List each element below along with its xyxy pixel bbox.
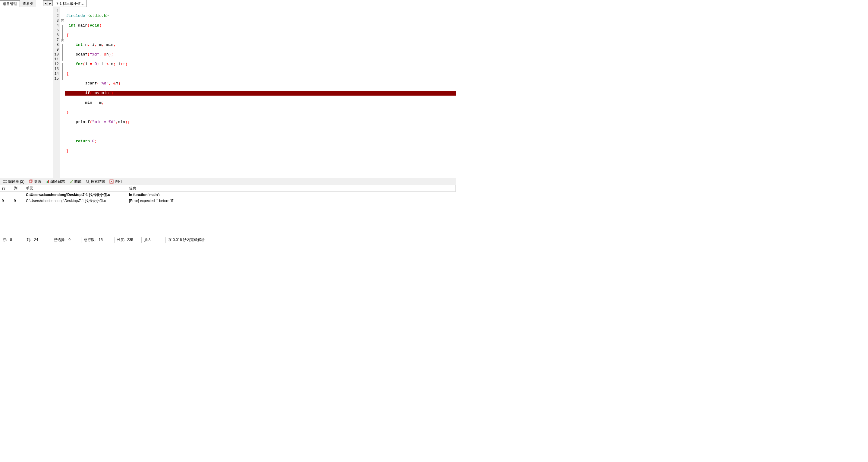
fold-gutter: − − [60,7,65,178]
tab-project-manage[interactable]: 项目管理 [0,0,20,7]
svg-line-10 [88,182,90,183]
status-line: 行: 8 [0,237,24,243]
status-length: 长度: 235 [115,237,142,243]
close-icon [110,179,114,184]
file-tabs: 7-1 找出最小值.c [53,0,456,7]
svg-rect-4 [29,180,32,183]
svg-rect-5 [30,180,32,182]
svg-rect-6 [46,181,46,183]
error-row[interactable]: 9 9 C:\Users\xiaochendong\Desktop\7-1 找出… [0,198,456,204]
svg-rect-1 [5,180,7,181]
fold-toggle-icon[interactable]: − [61,19,64,22]
svg-rect-7 [47,181,48,183]
log-icon [45,179,50,184]
debug-icon [69,179,73,184]
error-row-empty [0,210,456,216]
resource-icon [29,179,33,184]
sidebar-tabs: 项目管理 查看类 ◄ ► [0,0,53,7]
file-tab[interactable]: 7-1 找出最小值.c [53,0,87,7]
svg-point-9 [86,180,89,182]
tab-search-results[interactable]: 搜索结果 [84,178,107,185]
tab-view-class[interactable]: 查看类 [20,0,36,7]
editor[interactable]: 1234 5678 9 10111213 1415 − − [53,7,456,178]
status-total-lines: 总行数: 15 [82,237,115,243]
status-insert-mode: 插入 [142,237,166,243]
error-highlighted-line[interactable]: if( m< min ) [65,91,456,95]
bottom-panel-tabs: 编译器 (2) 资源 编译日志 调试 搜索结果 关闭 [0,178,456,185]
tab-compile-log[interactable]: 编译日志 [43,178,67,185]
error-row[interactable]: C:\Users\xiaochendong\Desktop\7-1 找出最小值.… [0,192,456,198]
header-msg[interactable]: 信息 [127,185,456,192]
status-col: 列: 24 [24,237,51,243]
compiler-icon [3,179,7,184]
tab-debug[interactable]: 调试 [67,178,83,185]
svg-rect-3 [5,182,7,183]
header-line[interactable]: 行 [0,185,12,192]
svg-rect-8 [48,180,49,183]
status-parse-time: 在 0.016 秒内完成解析 [166,237,456,243]
status-bar: 行: 8 列: 24 已选择: 0 总行数: 15 长度: 235 插入 在 0… [0,237,456,243]
svg-rect-0 [3,180,5,181]
tab-close[interactable]: 关闭 [107,178,124,185]
error-table-header: 行 列 单元 信息 [0,185,456,192]
compiler-output-table: 行 列 单元 信息 C:\Users\xiaochendong\Desktop\… [0,185,456,237]
error-row-empty [0,204,456,210]
code-content[interactable]: #include <stdio.h> int main(void) { int … [65,7,456,178]
nav-prev-icon[interactable]: ◄ [43,0,48,6]
header-unit[interactable]: 单元 [24,185,127,192]
status-selection: 已选择: 0 [51,237,82,243]
error-row-empty [0,216,456,222]
header-col[interactable]: 列 [12,185,24,192]
nav-next-icon[interactable]: ► [48,0,53,6]
sidebar-body [0,7,53,178]
search-icon [86,179,90,184]
sidebar: 项目管理 查看类 ◄ ► [0,0,53,178]
tab-compiler[interactable]: 编译器 (2) [1,178,26,185]
line-number-gutter: 1234 5678 9 10111213 1415 [53,7,60,178]
svg-rect-2 [3,182,5,183]
editor-area: 7-1 找出最小值.c 1234 5678 9 10111213 1415 − … [53,0,456,178]
tab-resource[interactable]: 资源 [27,178,43,185]
